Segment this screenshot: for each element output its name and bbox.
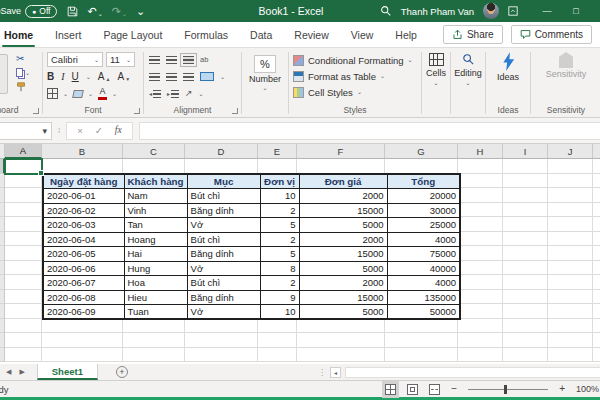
table-cell[interactable]: 135000 [387, 290, 460, 305]
table-cell[interactable]: 2 [260, 203, 299, 218]
grid-cell[interactable] [385, 159, 458, 174]
grid-cell[interactable] [503, 275, 548, 290]
grid-cell[interactable] [5, 203, 42, 218]
grid-cell[interactable] [593, 304, 600, 319]
grid-cell[interactable] [123, 348, 185, 363]
grid-cell[interactable] [385, 348, 458, 363]
grid-cell[interactable] [548, 304, 593, 319]
grid-cell[interactable] [5, 174, 42, 189]
add-sheet-button[interactable]: + [116, 366, 128, 378]
table-cell[interactable]: 2 [260, 232, 299, 247]
grid-cell[interactable] [458, 174, 503, 189]
grid-cell[interactable] [42, 333, 123, 348]
grid-cell[interactable] [458, 304, 503, 319]
format-as-table-button[interactable]: Format as Table ⌄ [293, 68, 421, 84]
sensitivity-button[interactable]: Sensitivity [546, 69, 587, 79]
table-cell[interactable]: 15000 [299, 290, 387, 305]
grid-cell[interactable] [593, 217, 600, 232]
table-cell[interactable]: 9 [260, 290, 299, 305]
tab-help[interactable]: Help [384, 22, 428, 47]
tab-splitter-icon[interactable]: ⋮ [318, 368, 326, 377]
grid-cell[interactable] [185, 159, 258, 174]
avatar[interactable] [483, 3, 499, 19]
grid-cell[interactable] [258, 348, 297, 363]
grid-cell[interactable] [458, 275, 503, 290]
grid-cell[interactable] [593, 348, 600, 363]
horizontal-scrollbar[interactable] [345, 367, 600, 378]
table-header-cell[interactable]: Đơn giá [299, 174, 387, 189]
table-cell[interactable]: 2020-06-06 [43, 261, 124, 276]
grid-cell[interactable] [185, 333, 258, 348]
grid-cell[interactable] [123, 333, 185, 348]
font-dialog-launcher[interactable] [134, 108, 140, 114]
grid-cell[interactable] [458, 217, 503, 232]
grid-cell[interactable] [548, 174, 593, 189]
grid-cell[interactable] [458, 319, 503, 334]
column-header-G[interactable]: G [385, 144, 458, 159]
tab-page-layout[interactable]: Page Layout [92, 22, 173, 47]
grid-cell[interactable] [548, 275, 593, 290]
grid-cell[interactable] [458, 246, 503, 261]
table-cell[interactable]: Hung [124, 261, 187, 276]
grid-cell[interactable] [503, 304, 548, 319]
align-top-button[interactable] [149, 56, 160, 64]
tab-data[interactable]: Data [239, 22, 283, 47]
grid-cell[interactable] [548, 333, 593, 348]
format-painter-button[interactable] [16, 81, 30, 92]
clipboard-dialog-launcher[interactable] [33, 108, 39, 114]
number-group[interactable]: % Number ⌄ [242, 48, 288, 117]
grid-cell[interactable] [503, 203, 548, 218]
align-bottom-button[interactable] [183, 56, 194, 64]
table-header-cell[interactable]: Mục [187, 174, 260, 189]
table-cell[interactable]: 2000 [299, 232, 387, 247]
grid-cell[interactable] [5, 304, 42, 319]
grid-cell[interactable] [503, 217, 548, 232]
zoom-in-button[interactable]: + [559, 384, 565, 394]
enter-button[interactable]: ✓ [95, 126, 103, 136]
grid-cell[interactable] [123, 159, 185, 174]
table-cell[interactable]: Băng dính [187, 247, 260, 262]
grid-cell[interactable] [593, 261, 600, 276]
comments-button[interactable]: Comments [511, 25, 592, 44]
table-cell[interactable]: 5 [260, 247, 299, 262]
grid-cell[interactable] [258, 319, 297, 334]
cells-button[interactable]: Cells ⌄ [422, 48, 450, 117]
autosave-pill[interactable]: ●Off [25, 5, 57, 18]
grid-cell[interactable] [5, 246, 42, 261]
table-cell[interactable]: 30000 [387, 203, 460, 218]
column-header-B[interactable]: B [42, 144, 123, 159]
tab-view[interactable]: View [340, 22, 385, 47]
editing-button[interactable]: Editing ⌄ [451, 48, 485, 117]
table-cell[interactable]: 2020-06-07 [43, 276, 124, 291]
table-cell[interactable]: 10 [260, 305, 299, 320]
sheet-tab-sheet1[interactable]: Sheet1 [37, 364, 98, 380]
grid-cell[interactable] [42, 159, 123, 174]
grid-cell[interactable] [5, 261, 42, 276]
grid-cell[interactable] [503, 188, 548, 203]
column-header-F[interactable]: F [297, 144, 385, 159]
column-header-A[interactable]: A [5, 144, 42, 159]
insert-function-button[interactable]: fx [115, 126, 122, 136]
scroll-left-button[interactable]: ◂ [330, 367, 341, 378]
grid-cell[interactable] [458, 232, 503, 247]
table-cell[interactable]: 2020-06-08 [43, 290, 124, 305]
tab-insert[interactable]: Insert [44, 22, 92, 47]
percent-style-button[interactable]: % [254, 55, 276, 73]
grid-cell[interactable] [593, 188, 600, 203]
grid-cell[interactable] [458, 188, 503, 203]
grid-cell[interactable] [258, 333, 297, 348]
table-cell[interactable]: 2020-06-02 [43, 203, 124, 218]
table-cell[interactable]: 2020-06-09 [43, 305, 124, 320]
grid-cell[interactable] [297, 319, 385, 334]
minimize-button[interactable]: — [537, 7, 557, 16]
grid-cell[interactable] [593, 275, 600, 290]
share-button[interactable]: Share [443, 25, 503, 44]
grid-cell[interactable] [5, 232, 42, 247]
grid-cell[interactable] [385, 333, 458, 348]
grid-cell[interactable] [548, 232, 593, 247]
undo-button[interactable]: ↶⌄ [87, 6, 102, 17]
grid-cell[interactable] [593, 203, 600, 218]
grid-cell[interactable] [5, 333, 42, 348]
ribbon-display-options-button[interactable] [508, 6, 528, 16]
user-name[interactable]: Thanh Pham Van [401, 6, 474, 17]
